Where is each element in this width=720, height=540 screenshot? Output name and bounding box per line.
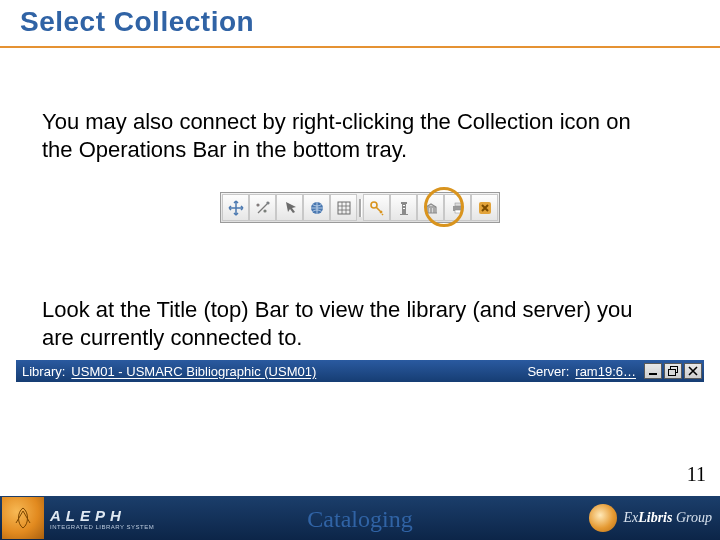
building-icon[interactable]	[417, 194, 444, 221]
move-icon[interactable]	[222, 194, 249, 221]
close-icon[interactable]	[471, 194, 498, 221]
svg-rect-15	[649, 373, 657, 375]
body-text-1: You may also connect by right-clicking t…	[42, 108, 662, 163]
library-value: USM01 - USMARC Bibliographic (USM01)	[71, 364, 316, 379]
body-text-2: Look at the Title (top) Bar to view the …	[42, 296, 662, 351]
key-icon[interactable]	[363, 194, 390, 221]
title-rule	[0, 46, 720, 48]
grid-icon[interactable]	[330, 194, 357, 221]
slide-title: Select Collection	[20, 6, 254, 38]
pointer-icon[interactable]	[276, 194, 303, 221]
footer-title: Cataloging	[0, 506, 720, 533]
library-label: Library:	[22, 364, 65, 379]
svg-rect-4	[338, 202, 350, 214]
server-label: Server:	[527, 364, 569, 379]
svg-rect-9	[403, 205, 405, 206]
close-button[interactable]	[684, 363, 702, 379]
globe-icon[interactable]	[303, 194, 330, 221]
page-number: 11	[687, 463, 706, 486]
svg-rect-17	[669, 370, 676, 376]
svg-point-1	[264, 210, 266, 212]
operations-toolbar	[192, 192, 528, 223]
svg-point-0	[257, 204, 259, 206]
restore-button[interactable]	[664, 363, 682, 379]
svg-rect-8	[400, 214, 408, 215]
svg-rect-12	[455, 203, 461, 206]
svg-rect-13	[455, 210, 461, 213]
minimize-button[interactable]	[644, 363, 662, 379]
tower-icon[interactable]	[390, 194, 417, 221]
svg-rect-10	[403, 208, 405, 209]
svg-rect-7	[401, 202, 407, 204]
window-titlebar: Library: USM01 - USMARC Bibliographic (U…	[16, 360, 704, 382]
footer-bar: ALEPH INTEGRATED LIBRARY SYSTEM Catalogi…	[0, 496, 720, 540]
server-value: ram19:6…	[575, 364, 636, 379]
printer-icon[interactable]	[444, 194, 471, 221]
svg-point-2	[267, 202, 269, 204]
wand-icon[interactable]	[249, 194, 276, 221]
